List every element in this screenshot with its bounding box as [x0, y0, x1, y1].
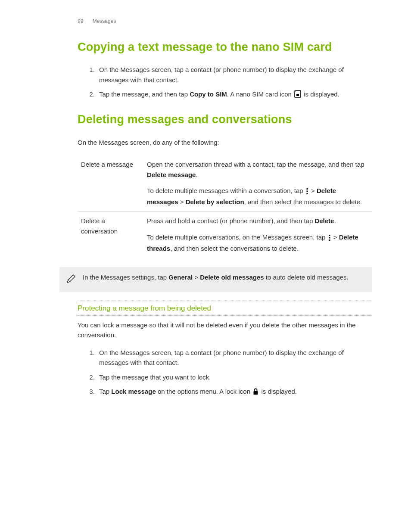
text: Press and hold a contact (or phone numbe… — [147, 217, 314, 224]
row-value: Open the conversation thread with a cont… — [143, 155, 372, 212]
svg-rect-1 — [296, 94, 299, 96]
steps-copy-to-sim: On the Messages screen, tap a contact (o… — [78, 65, 372, 100]
text: Open the conversation thread with a cont… — [147, 161, 364, 168]
text: , and then select the conversations to d… — [170, 245, 299, 252]
text: , and then select the messages to delete… — [244, 198, 362, 205]
bold-text: Lock message — [111, 388, 156, 395]
bold-text: Delete message — [147, 171, 196, 178]
step-text: is displayed. — [261, 388, 297, 395]
para: Press and hold a contact (or phone numbe… — [147, 216, 368, 226]
para: To delete multiple messages within a con… — [147, 186, 368, 207]
svg-rect-4 — [306, 193, 308, 194]
svg-rect-6 — [329, 237, 330, 238]
step-text: Tap the message, and then tap — [99, 90, 190, 98]
svg-rect-7 — [329, 240, 330, 241]
svg-rect-8 — [254, 391, 258, 395]
bold-text: Delete by selection — [186, 198, 244, 205]
bold-text: Delete — [314, 217, 334, 224]
intro-text: You can lock a message so that it will n… — [78, 320, 372, 340]
text: . — [196, 171, 197, 178]
content-area: Copying a text message to the nano SIM c… — [78, 38, 372, 398]
table-row: Delete a conversation Press and hold a c… — [78, 212, 372, 258]
para: To delete multiple conversations, on the… — [147, 232, 368, 254]
row-key: Delete a conversation — [78, 212, 143, 258]
step-3: Tap Lock message on the options menu. A … — [97, 386, 372, 398]
step-2: Tap the message that you want to lock. — [97, 372, 372, 382]
text: To delete multiple conversations, on the… — [147, 233, 327, 241]
lock-icon — [253, 388, 258, 398]
overflow-menu-icon — [328, 233, 331, 243]
svg-rect-5 — [329, 235, 330, 236]
step-text: on the options menu. A lock icon — [156, 388, 252, 395]
pen-icon — [65, 272, 77, 287]
section-label: Messages — [93, 18, 116, 24]
row-value: Press and hold a contact (or phone numbe… — [143, 212, 372, 258]
page: 99 Messages Copying a text message to th… — [0, 0, 411, 532]
table-row: Delete a message Open the conversation t… — [78, 155, 372, 212]
heading-copy-to-sim: Copying a text message to the nano SIM c… — [78, 38, 372, 56]
subsection: Protecting a message from being deleted — [78, 301, 372, 315]
subheading-protecting: Protecting a message from being deleted — [78, 303, 372, 314]
text: > — [309, 187, 317, 194]
step-text: Tap the message that you want to lock. — [99, 373, 211, 381]
running-header: 99 Messages — [78, 17, 372, 25]
step-2: Tap the message, and then tap Copy to SI… — [97, 89, 372, 100]
intro-text: On the Messages screen, do any of the fo… — [78, 137, 372, 147]
divider — [78, 301, 372, 301]
text: to auto delete old messages. — [264, 274, 349, 281]
step-text: Tap — [99, 388, 111, 395]
step-1: On the Messages screen, tap a contact (o… — [97, 65, 372, 85]
heading-deleting: Deleting messages and conversations — [78, 111, 372, 129]
step-text: On the Messages screen, tap a contact (o… — [99, 349, 344, 366]
note-box: In the Messages settings, tap General > … — [59, 267, 372, 292]
svg-rect-2 — [306, 188, 308, 190]
note-text: In the Messages settings, tap General > … — [83, 272, 366, 282]
step-1: On the Messages screen, tap a contact (o… — [97, 348, 372, 368]
text: . — [334, 217, 336, 224]
divider — [78, 315, 372, 316]
text: > — [332, 233, 339, 241]
step-text: On the Messages screen, tap a contact (o… — [99, 66, 344, 83]
text: > — [193, 274, 200, 281]
overflow-menu-icon — [306, 187, 308, 197]
row-key: Delete a message — [78, 155, 143, 212]
text: In the Messages settings, tap — [83, 274, 168, 281]
sim-card-icon — [294, 90, 301, 100]
text: To delete multiple messages within a con… — [147, 187, 305, 194]
bold-text: General — [168, 274, 193, 281]
para: Open the conversation thread with a cont… — [147, 159, 368, 180]
page-number: 99 — [78, 18, 83, 24]
text: > — [178, 198, 186, 205]
steps-protecting: On the Messages screen, tap a contact (o… — [78, 348, 372, 398]
svg-rect-3 — [306, 190, 308, 192]
step-bold: Copy to SIM — [190, 90, 227, 98]
bold-text: Delete old messages — [200, 274, 264, 281]
step-text: is displayed. — [304, 90, 339, 98]
delete-table: Delete a message Open the conversation t… — [78, 155, 372, 258]
step-text: . A nano SIM card icon — [227, 90, 293, 98]
